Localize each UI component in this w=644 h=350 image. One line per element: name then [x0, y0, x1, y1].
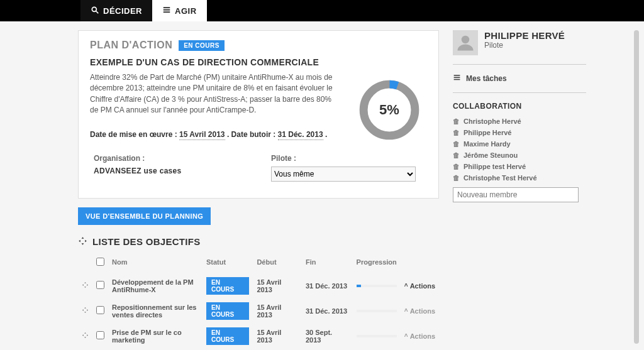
collab-name: Jérôme Steunou — [464, 151, 518, 159]
plan-status-badge: EN COURS — [179, 40, 225, 51]
row-actions-link[interactable]: ^Actions — [404, 332, 435, 340]
collab-name: Christophe Hervé — [464, 118, 521, 125]
plan-subtitle: EXEMPLE D'UN CAS DE DIRECTION COMMERCIAL… — [90, 57, 427, 67]
svg-line-1 — [96, 11, 99, 13]
row-actions-link[interactable]: ^Actions — [404, 307, 435, 315]
scrollbar[interactable] — [634, 30, 639, 344]
objectives-table: Nom Statut Début Fin Progression Dévelop… — [78, 254, 439, 349]
plan-start-date[interactable]: 15 Avril 2013 — [179, 130, 225, 140]
svg-rect-4 — [164, 11, 170, 13]
row-progress — [353, 298, 401, 324]
row-fin: 30 Sept. 2013 — [302, 324, 353, 349]
svg-marker-15 — [84, 307, 86, 309]
svg-marker-13 — [82, 284, 84, 286]
row-nom[interactable]: Développement de la PM AntiRhume-X — [108, 273, 203, 298]
my-tasks-link[interactable]: Mes tâches — [453, 74, 586, 84]
trash-icon[interactable]: 🗑 — [453, 163, 460, 170]
row-debut: 15 Avril 2013 — [253, 298, 302, 324]
collab-item: 🗑Jérôme Steunou — [453, 150, 586, 161]
overview-button[interactable]: VUE D'ENSEMBLE DU PLANNING — [78, 207, 211, 225]
svg-marker-8 — [82, 243, 84, 245]
row-checkbox[interactable] — [96, 331, 104, 339]
plan-end-date[interactable]: 31 Déc. 2013 — [278, 130, 323, 140]
user-name: PHILIPPE HERVÉ — [484, 30, 565, 41]
svg-rect-2 — [164, 7, 170, 8]
pilot-label: Pilote : — [271, 154, 423, 163]
svg-marker-18 — [87, 309, 88, 311]
pilot-select[interactable]: Vous même — [271, 167, 416, 182]
organisation-label: Organisation : — [94, 154, 246, 163]
row-actions-link[interactable]: ^Actions — [404, 282, 435, 290]
avatar — [453, 30, 478, 55]
col-progression: Progression — [353, 254, 401, 273]
svg-marker-22 — [87, 334, 88, 336]
svg-marker-21 — [82, 334, 84, 336]
progress-donut: 5% — [355, 76, 423, 144]
status-badge: EN COURS — [206, 327, 249, 345]
trash-icon[interactable]: 🗑 — [453, 174, 460, 182]
row-checkbox[interactable] — [96, 281, 104, 289]
trash-icon[interactable]: 🗑 — [453, 118, 460, 125]
row-progress — [353, 273, 401, 298]
collab-item: 🗑Christophe Hervé — [453, 116, 586, 127]
svg-marker-20 — [84, 337, 86, 338]
new-member-input[interactable] — [453, 187, 579, 202]
svg-rect-24 — [454, 75, 460, 76]
svg-marker-11 — [84, 282, 86, 283]
divider — [453, 92, 586, 93]
svg-rect-3 — [164, 9, 170, 10]
row-nom[interactable]: Prise de PM sur le co marketing — [108, 324, 203, 349]
svg-marker-7 — [82, 237, 84, 239]
tab-decider[interactable]: DÉCIDER — [80, 0, 152, 21]
col-fin: Fin — [302, 254, 353, 273]
collab-item: 🗑Philippe test Hervé — [453, 161, 586, 172]
status-badge: EN COURS — [206, 277, 249, 295]
collab-name: Philippe Hervé — [464, 129, 511, 136]
move-handle[interactable] — [78, 298, 92, 324]
plan-title: PLAN D'ACTION — [90, 40, 172, 51]
svg-marker-16 — [84, 312, 86, 313]
list-icon — [162, 6, 171, 16]
collab-name: Christophe Test Hervé — [464, 174, 537, 182]
row-fin: 31 Déc. 2013 — [302, 273, 353, 298]
row-checkbox[interactable] — [96, 306, 104, 314]
row-debut: 15 Avril 2013 — [253, 273, 302, 298]
select-all-checkbox[interactable] — [96, 258, 104, 266]
collab-item: 🗑Maxime Hardy — [453, 138, 586, 150]
table-row: Repositionnement sur les ventes directes… — [78, 298, 439, 324]
svg-marker-10 — [85, 239, 87, 242]
svg-marker-12 — [84, 287, 86, 288]
user-block: PHILIPPE HERVÉ Pilote — [453, 30, 586, 55]
svg-marker-14 — [87, 284, 88, 286]
move-handle[interactable] — [78, 324, 92, 349]
top-nav: DÉCIDER AGIR — [0, 0, 644, 21]
col-nom: Nom — [108, 254, 203, 273]
svg-rect-26 — [454, 79, 460, 80]
svg-marker-9 — [79, 239, 80, 242]
svg-marker-19 — [84, 332, 86, 334]
svg-point-0 — [92, 7, 96, 11]
organisation-value: ADVANSEEZ use cases — [94, 167, 246, 175]
collab-name: Philippe test Hervé — [464, 163, 526, 170]
plan-description: Atteindre 32% de Part de Marché (PM) uni… — [90, 72, 335, 116]
plan-card: PLAN D'ACTION EN COURS EXEMPLE D'UN CAS … — [78, 30, 439, 199]
move-handle[interactable] — [78, 273, 92, 298]
row-debut: 15 Avril 2013 — [253, 324, 302, 349]
trash-icon[interactable]: 🗑 — [453, 140, 460, 148]
trash-icon[interactable]: 🗑 — [453, 129, 460, 136]
list-icon — [453, 74, 461, 84]
tab-agir-label: AGIR — [175, 6, 197, 16]
svg-rect-25 — [454, 77, 460, 78]
search-icon — [91, 6, 99, 16]
trash-icon[interactable]: 🗑 — [453, 151, 460, 159]
move-icon — [78, 236, 87, 248]
tab-decider-label: DÉCIDER — [103, 6, 142, 16]
objectives-title-row: LISTE DES OBJECTIFS — [78, 236, 439, 248]
collab-item: 🗑Christophe Test Hervé — [453, 172, 586, 183]
row-nom[interactable]: Repositionnement sur les ventes directes — [108, 298, 203, 324]
row-progress — [353, 324, 401, 349]
col-statut: Statut — [203, 254, 253, 273]
objectives-title: LISTE DES OBJECTIFS — [92, 236, 201, 247]
tab-agir[interactable]: AGIR — [152, 0, 207, 21]
status-badge: EN COURS — [206, 302, 249, 320]
